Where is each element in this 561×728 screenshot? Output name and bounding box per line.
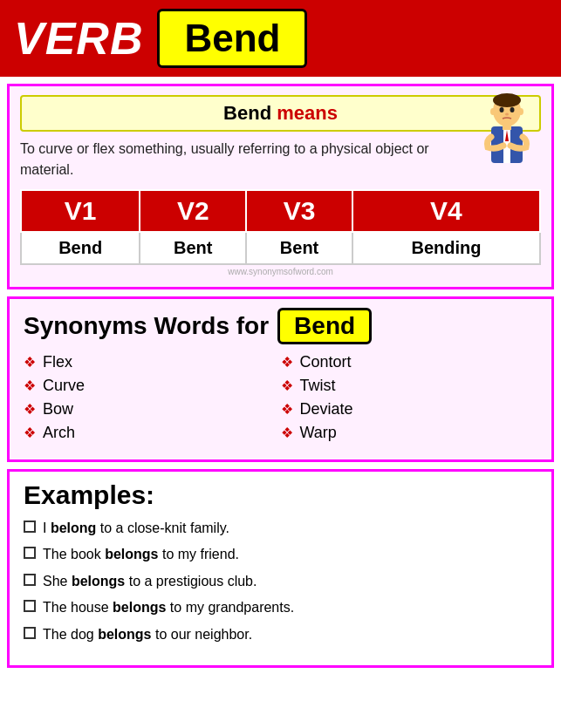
example-4-text: The house belongs to my grandparents.	[43, 598, 294, 617]
diamond-icon: ❖	[281, 401, 293, 418]
diamond-icon: ❖	[281, 425, 293, 441]
synonyms-section: Synonyms Words for Bend ❖Flex ❖Curve ❖Bo…	[7, 296, 554, 462]
diamond-icon: ❖	[24, 401, 36, 418]
synonym-bow: ❖Bow	[24, 400, 281, 418]
v2-header: V2	[140, 190, 246, 232]
diamond-icon: ❖	[24, 378, 36, 394]
synonym-contort: ❖Contort	[281, 353, 538, 371]
checkbox-icon	[24, 520, 36, 533]
example-1-bold: belong	[51, 520, 96, 535]
verb-forms-table: V1 V2 V3 V4 Bend Bent Bent Bending	[20, 189, 541, 265]
example-2: The book belongs to my friend.	[24, 545, 537, 564]
svg-point-10	[518, 108, 523, 115]
example-3: She belongs to a prestigious club.	[24, 572, 537, 591]
example-3-bold: belongs	[72, 574, 125, 589]
svg-point-1	[493, 93, 521, 107]
means-title: Bend means	[20, 95, 541, 132]
checkbox-icon	[24, 547, 36, 559]
header: VERB Bend	[0, 0, 561, 77]
diamond-icon: ❖	[281, 354, 293, 371]
verb-forms-header-row: V1 V2 V3 V4	[21, 190, 540, 232]
verb-forms-value-row: Bend Bent Bent Bending	[21, 232, 540, 264]
synonym-flex: ❖Flex	[24, 353, 281, 371]
watermark: www.synonymsofword.com	[20, 267, 541, 276]
synonyms-title: Synonyms Words for Bend	[24, 308, 537, 344]
synonyms-col-2: ❖Contort ❖Twist ❖Deviate ❖Warp	[281, 353, 538, 447]
example-2-text: The book belongs to my friend.	[43, 545, 239, 564]
checkbox-icon	[24, 574, 36, 586]
examples-title: Examples:	[24, 480, 537, 510]
v3-header: V3	[246, 190, 352, 232]
v1-value: Bend	[21, 232, 140, 264]
svg-point-2	[500, 107, 504, 112]
svg-point-9	[490, 108, 496, 115]
v2-value: Bent	[140, 232, 246, 264]
example-5: The dog belongs to our neighbor.	[24, 625, 537, 644]
synonym-curve: ❖Curve	[24, 377, 281, 395]
synonym-twist: ❖Twist	[281, 377, 538, 395]
means-definition: To curve or flex something, usually refe…	[20, 139, 439, 180]
checkbox-icon	[24, 627, 36, 639]
example-2-bold: belongs	[105, 547, 158, 561]
v3-value: Bent	[246, 232, 352, 264]
means-title-rest: means	[271, 102, 338, 124]
v1-header: V1	[21, 190, 140, 232]
synonyms-word-box: Bend	[277, 308, 372, 344]
diamond-icon: ❖	[24, 425, 36, 441]
diamond-icon: ❖	[281, 378, 293, 394]
synonyms-title-text: Synonyms Words for	[24, 312, 269, 340]
v4-header: V4	[352, 190, 540, 232]
svg-rect-8	[503, 125, 511, 130]
example-5-text: The dog belongs to our neighbor.	[43, 625, 252, 644]
synonyms-col-1: ❖Flex ❖Curve ❖Bow ❖Arch	[24, 353, 281, 447]
example-4: The house belongs to my grandparents.	[24, 598, 537, 617]
synonym-deviate: ❖Deviate	[281, 400, 538, 418]
means-section: Bend means To curve or flex something, u…	[7, 84, 554, 289]
diamond-icon: ❖	[24, 354, 36, 371]
synonyms-columns: ❖Flex ❖Curve ❖Bow ❖Arch ❖Contort ❖Twist …	[24, 353, 537, 447]
example-4-bold: belongs	[113, 600, 166, 615]
header-word: Bend	[157, 9, 307, 68]
example-3-text: She belongs to a prestigious club.	[43, 572, 257, 591]
synonym-arch: ❖Arch	[24, 424, 281, 442]
example-1-text: I belong to a close-knit family.	[43, 519, 229, 538]
v4-value: Bending	[352, 232, 540, 264]
checkbox-icon	[24, 600, 36, 612]
examples-list: I belong to a close-knit family. The boo…	[24, 519, 537, 644]
means-title-word: Bend	[223, 102, 271, 124]
synonym-warp: ❖Warp	[281, 424, 538, 442]
examples-section: Examples: I belong to a close-knit famil…	[7, 469, 554, 668]
svg-point-3	[510, 107, 515, 112]
character-illustration	[470, 93, 544, 180]
svg-point-4	[505, 113, 509, 116]
verb-label: VERB	[14, 12, 143, 65]
example-5-bold: belongs	[98, 627, 151, 642]
example-1: I belong to a close-knit family.	[24, 519, 537, 538]
